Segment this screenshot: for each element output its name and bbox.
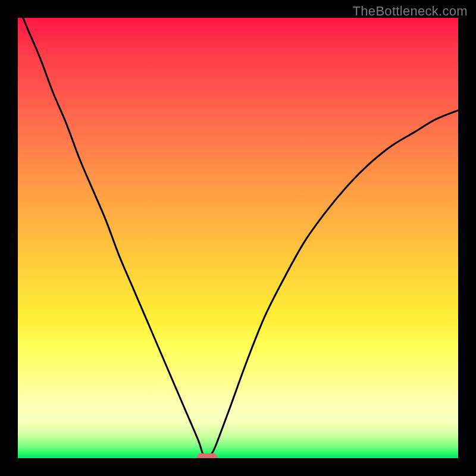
watermark-text: TheBottleneck.com [353, 4, 468, 19]
curve-svg [18, 18, 458, 458]
bottleneck-curve [18, 18, 458, 458]
chart-container: TheBottleneck.com [0, 0, 476, 476]
minimum-marker [197, 453, 217, 458]
plot-area [18, 18, 458, 458]
